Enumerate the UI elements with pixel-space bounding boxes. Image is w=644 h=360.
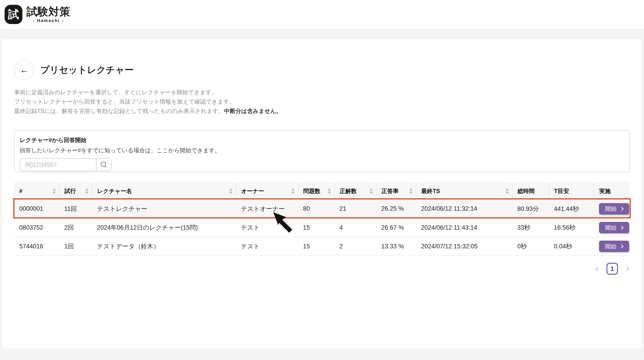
- pagination: 1: [14, 263, 630, 275]
- cell-attempts: 2回: [59, 218, 92, 237]
- start-button[interactable]: 開始: [599, 240, 629, 252]
- cell-questions: 80: [298, 200, 334, 218]
- cell-id: 0000001: [14, 200, 59, 218]
- lecture-number-input-group: [20, 158, 112, 171]
- cell-last-ts: 2024/07/12 15:32:05: [416, 237, 512, 256]
- cell-correct: 2: [334, 237, 376, 256]
- cell-last-ts: 2024/06/12 11:32:14: [416, 200, 512, 218]
- lecture-number-search-section: レクチャー#から回答開始 回答したいレクチャー#をすでに知っている場合は、ここか…: [14, 130, 630, 172]
- cell-owner: テスト: [236, 218, 298, 237]
- column-label: 最終TS: [421, 187, 440, 195]
- chevron-left-icon[interactable]: [595, 266, 600, 272]
- chevron-right-icon: [620, 207, 624, 211]
- start-button-label: 開始: [605, 205, 616, 212]
- sort-icon[interactable]: [370, 188, 373, 194]
- cell-correct: 21: [334, 200, 376, 218]
- cell-last-ts: 2024/06/12 11:43:14: [416, 218, 512, 237]
- column-label: #: [19, 188, 22, 194]
- column-label: レクチャー名: [97, 187, 132, 195]
- column-label: 正解数: [340, 187, 357, 195]
- sort-icon[interactable]: [506, 188, 509, 194]
- start-button[interactable]: 開始: [599, 222, 629, 233]
- app-header: 試 試験対策 - Hamachi -: [0, 0, 644, 29]
- column-header-id[interactable]: #: [14, 182, 59, 200]
- brand-subtitle: - Hamachi -: [33, 18, 64, 23]
- cell-total-time: 33秒: [512, 218, 549, 237]
- column-label: 実施: [599, 187, 610, 195]
- table-header-row: # 試行 レクチャー名 オーナー 問題数 正解数 正答率 最終TS 総時間 T目…: [14, 182, 630, 200]
- chevron-right-icon[interactable]: [624, 266, 629, 272]
- column-header-last-ts[interactable]: 最終TS: [416, 182, 512, 200]
- cell-action: 開始: [594, 218, 630, 237]
- table-row[interactable]: 0000001 11回 テストレクチャー テストオーナー 80 21 26.25…: [14, 200, 630, 218]
- cell-action: 開始: [594, 200, 630, 218]
- page-title: プリセットレクチャー: [40, 64, 134, 76]
- cell-lecture-name: 2024年06月12日のレクチャー(15問): [92, 218, 236, 237]
- column-header-attempts[interactable]: 試行: [59, 182, 92, 200]
- brand-logo[interactable]: 試 試験対策 - Hamachi -: [4, 5, 70, 24]
- column-header-lecture-name[interactable]: レクチャー名: [92, 182, 236, 200]
- column-header-correct[interactable]: 正解数: [334, 182, 376, 200]
- column-header-t-estimate: T目安: [549, 182, 594, 200]
- start-button-label: 開始: [605, 243, 616, 250]
- cell-questions: 15: [298, 218, 334, 237]
- brand-name: 試験対策: [26, 6, 70, 18]
- title-row: ← プリセットレクチャー: [14, 60, 630, 80]
- cell-rate: 26.25 %: [376, 200, 416, 218]
- lecture-number-input[interactable]: [20, 159, 96, 170]
- column-header-total-time: 総時間: [512, 182, 549, 200]
- cell-action: 開始: [594, 237, 630, 256]
- cell-lecture-name: テストデータ（鈴木）: [92, 237, 236, 256]
- main-card: ← プリセットレクチャー 事前に定義済みのレクチャーを選択して、すぐにレクチャー…: [3, 39, 641, 348]
- table-row[interactable]: 0803752 2回 2024年06月12日のレクチャー(15問) テスト 15…: [14, 218, 630, 237]
- description-bold-note: 中断分は含みません。: [224, 108, 282, 114]
- sort-icon[interactable]: [52, 188, 56, 194]
- column-header-owner[interactable]: オーナー: [236, 182, 298, 200]
- column-label: オーナー: [241, 187, 264, 195]
- sort-icon[interactable]: [85, 188, 88, 194]
- brand-text: 試験対策 - Hamachi -: [26, 6, 70, 23]
- column-header-action: 実施: [594, 182, 630, 200]
- search-button[interactable]: [96, 159, 111, 170]
- description-line: 最終記録TSには、解答を完答し有効な記録として残ったもののみ表示されます。中断分…: [14, 106, 630, 116]
- brand-icon: 試: [4, 5, 22, 24]
- search-icon: [100, 161, 107, 168]
- sort-icon[interactable]: [328, 188, 331, 194]
- sort-icon[interactable]: [229, 188, 232, 194]
- column-label: T目安: [554, 187, 569, 195]
- arrow-left-icon: ←: [20, 65, 29, 74]
- cell-owner: テスト: [236, 237, 298, 256]
- column-label: 正答率: [382, 187, 398, 195]
- column-header-rate[interactable]: 正答率: [376, 182, 416, 200]
- cell-t-estimate: 441.44秒: [549, 200, 594, 218]
- cell-attempts: 11回: [59, 200, 92, 218]
- column-label: 総時間: [518, 187, 535, 195]
- sort-icon[interactable]: [409, 188, 412, 194]
- chevron-right-icon: [620, 244, 624, 248]
- page-number-button[interactable]: 1: [606, 263, 618, 275]
- search-section-description: 回答したいレクチャー#をすでに知っている場合は、ここから開始できます。: [20, 146, 624, 154]
- table-row[interactable]: 5744016 1回 テストデータ（鈴木） テスト 15 2 13.33 % 2…: [14, 237, 630, 256]
- description-line: 事前に定義済みのレクチャーを選択して、すぐにレクチャーを開始できます。: [14, 88, 630, 97]
- sort-icon[interactable]: [291, 188, 294, 194]
- back-button[interactable]: ←: [14, 60, 34, 80]
- search-section-title: レクチャー#から回答開始: [20, 136, 624, 144]
- start-button-label: 開始: [605, 224, 616, 232]
- cell-owner: テストオーナー: [236, 200, 298, 218]
- cell-lecture-name: テストレクチャー: [92, 200, 236, 218]
- cell-total-time: 80.93分: [512, 200, 549, 218]
- cell-rate: 26.67 %: [376, 218, 416, 237]
- page-gap-band: [0, 29, 644, 39]
- chevron-right-icon: [620, 226, 624, 230]
- cell-total-time: 0秒: [512, 237, 549, 256]
- cell-id: 0803752: [14, 218, 59, 237]
- start-button[interactable]: 開始: [599, 203, 629, 214]
- cell-attempts: 1回: [59, 237, 92, 256]
- cell-t-estimate: 16.56秒: [549, 218, 594, 237]
- cell-id: 5744016: [14, 237, 59, 256]
- cell-correct: 4: [334, 218, 376, 237]
- preset-lecture-table-wrap: # 試行 レクチャー名 オーナー 問題数 正解数 正答率 最終TS 総時間 T目…: [14, 182, 630, 256]
- column-header-questions[interactable]: 問題数: [298, 182, 334, 200]
- description-text: 最終記録TSには、解答を完答し有効な記録として残ったもののみ表示されます。: [14, 108, 224, 114]
- cell-rate: 13.33 %: [376, 237, 416, 256]
